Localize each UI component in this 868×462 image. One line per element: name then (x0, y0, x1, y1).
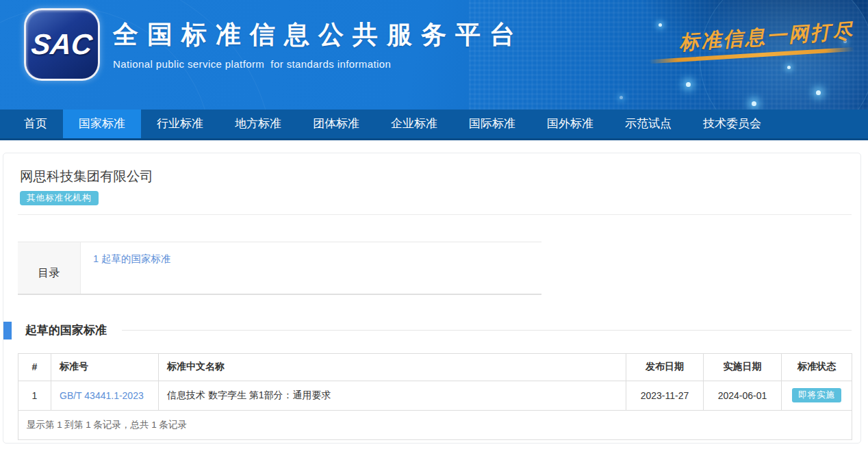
org-type-badge: 其他标准化机构 (20, 191, 99, 205)
nav-item-home[interactable]: 首页 (8, 110, 63, 138)
glow-dot (816, 90, 821, 95)
page: SAC 全国标准信息公共服务平台 National public service… (0, 0, 868, 462)
table-summary-row: 显示第 1 到第 1 条记录，总共 1 条记录 (18, 410, 852, 439)
nav-item-national-standards[interactable]: 国家标准 (63, 110, 141, 138)
col-header-chinese-name: 标准中文名称 (159, 353, 626, 381)
sac-logo-text: SAC (30, 28, 94, 61)
section-header: 起草的国家标准 (3, 322, 852, 339)
cell-standard-number: GB/T 43441.1-2023 (51, 381, 159, 410)
nav-item-enterprise-standards[interactable]: 企业标准 (375, 110, 453, 138)
glow-dot (620, 96, 623, 99)
toc-label: 目录 (18, 242, 81, 294)
sac-logo[interactable]: SAC (24, 8, 100, 81)
nav-item-technical-committees[interactable]: 技术委员会 (687, 110, 777, 138)
section-marker (3, 322, 12, 339)
toc-body: 1 起草的国家标准 (81, 242, 541, 294)
status-badge: 即将实施 (792, 388, 841, 402)
standards-table: # 标准号 标准中文名称 发布日期 实施日期 标准状态 1 GB/T 43441… (18, 353, 852, 440)
col-header-publish-date: 发布日期 (626, 353, 704, 381)
nav-item-local-standards[interactable]: 地方标准 (219, 110, 297, 138)
toc-item-index: 1 (93, 253, 99, 264)
table-row: 1 GB/T 43441.1-2023 信息技术 数字孪生 第1部分：通用要求 … (18, 381, 852, 410)
org-name: 网思科技集团有限公司 (20, 167, 860, 185)
col-header-implement-date: 实施日期 (704, 353, 782, 381)
site-title-block: 全国标准信息公共服务平台 National public service pla… (113, 18, 524, 70)
cell-publish-date: 2023-11-27 (626, 381, 704, 410)
content-card: 网思科技集团有限公司 其他标准化机构 目录 1 起草的国家标准 起草的国家标准 … (3, 153, 861, 444)
standard-number-link[interactable]: GB/T 43441.1-2023 (60, 390, 144, 401)
site-header: SAC 全国标准信息公共服务平台 National public service… (0, 0, 868, 110)
cell-standard-name: 信息技术 数字孪生 第1部分：通用要求 (159, 381, 626, 410)
table-header-row: # 标准号 标准中文名称 发布日期 实施日期 标准状态 (18, 353, 852, 381)
nav-item-foreign-standards[interactable]: 国外标准 (531, 110, 609, 138)
table-summary: 显示第 1 到第 1 条记录，总共 1 条记录 (18, 410, 852, 439)
toc-item-label: 起草的国家标准 (101, 253, 171, 264)
divider (18, 214, 852, 215)
nav-item-pilot-demonstration[interactable]: 示范试点 (609, 110, 687, 138)
site-subtitle: National public service platform for sta… (113, 58, 524, 70)
slogan: 标准信息一网打尽 (643, 15, 863, 70)
section-title: 起草的国家标准 (25, 322, 107, 338)
nav-item-group-standards[interactable]: 团体标准 (297, 110, 375, 138)
cell-implement-date: 2024-06-01 (704, 381, 782, 410)
main-nav: 首页 国家标准 行业标准 地方标准 团体标准 企业标准 国际标准 国外标准 示范… (0, 110, 868, 140)
col-header-status: 标准状态 (782, 353, 852, 381)
toc-box: 目录 1 起草的国家标准 (18, 242, 541, 295)
section-rule (122, 330, 852, 331)
col-header-standard-number: 标准号 (51, 353, 159, 381)
col-header-index: # (18, 353, 51, 381)
cell-index: 1 (18, 381, 51, 410)
glow-dot (752, 101, 756, 106)
glow-dot (686, 82, 691, 87)
nav-item-international-standards[interactable]: 国际标准 (453, 110, 531, 138)
site-title: 全国标准信息公共服务平台 (113, 18, 524, 52)
cell-status: 即将实施 (782, 381, 852, 410)
toc-link-drafted-national-standards[interactable]: 1 起草的国家标准 (93, 253, 171, 264)
nav-item-industry-standards[interactable]: 行业标准 (141, 110, 219, 138)
